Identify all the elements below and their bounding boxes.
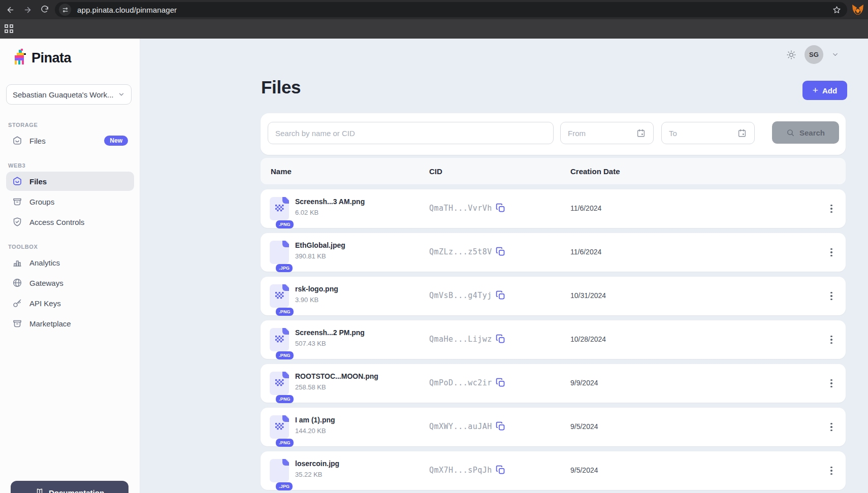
file-cid: QmaTH...VvrVh bbox=[429, 204, 492, 213]
filter-card: Search bbox=[261, 113, 846, 155]
sidebar-item-analytics[interactable]: Analytics bbox=[6, 253, 134, 272]
files-pin-icon bbox=[12, 136, 22, 146]
date-from-input[interactable] bbox=[560, 122, 654, 144]
back-icon[interactable] bbox=[3, 3, 17, 17]
screen: app.pinata.cloud/pinmanager bbox=[0, 0, 868, 493]
sidebar-item-access-controls[interactable]: Access Controls bbox=[6, 212, 134, 232]
file-name: EthGlobal.jpeg bbox=[295, 241, 345, 249]
copy-cid-icon[interactable] bbox=[495, 203, 506, 213]
file-ext-badge: .PNG bbox=[276, 395, 294, 403]
section-web3-label: WEB3 bbox=[8, 162, 140, 169]
table-row[interactable]: .JPG EthGlobal.jpeg 390.81 KB QmZLz...z5… bbox=[261, 233, 846, 272]
file-name: Screensh...2 PM.png bbox=[295, 328, 365, 337]
sidebar-item-storage-files[interactable]: Files New bbox=[6, 131, 134, 150]
pinata-app: Pinata Sebastian Guaqueta's Work... STOR… bbox=[0, 39, 868, 493]
file-cid: QmX7H...sPqJh bbox=[429, 466, 492, 475]
file-creation-date: 10/31/2024 bbox=[570, 291, 606, 300]
file-meta: rsk-logo.png 3.90 KB bbox=[295, 285, 338, 304]
kebab-menu-icon[interactable] bbox=[824, 376, 839, 390]
file-cid: QmXWY...auJAH bbox=[429, 422, 492, 431]
file-meta: EthGlobal.jpeg 390.81 KB bbox=[295, 241, 345, 260]
key-icon bbox=[12, 298, 22, 308]
kebab-menu-icon[interactable] bbox=[824, 420, 839, 434]
magnifier-icon bbox=[786, 128, 795, 137]
table-row[interactable]: .PNG Screensh...2 PM.png 507.43 KB QmaHe… bbox=[261, 320, 846, 359]
forward-icon[interactable] bbox=[20, 3, 35, 17]
sidebar-item-gateways[interactable]: Gateways bbox=[6, 273, 134, 292]
file-meta: ROOTSTOC...MOON.png 258.58 KB bbox=[295, 372, 378, 391]
kebab-menu-icon[interactable] bbox=[824, 245, 839, 259]
table-row[interactable]: .PNG I am (1).png 144.20 KB QmXWY...auJA… bbox=[261, 408, 846, 446]
file-size: 144.20 KB bbox=[295, 427, 335, 435]
apps-grid-icon[interactable] bbox=[5, 24, 14, 34]
file-size: 35.22 KB bbox=[295, 471, 339, 478]
file-meta: Screensh...2 PM.png 507.43 KB bbox=[295, 328, 365, 347]
sidebar-item-label: Access Controls bbox=[29, 218, 84, 226]
workspace-selector[interactable]: Sebastian Guaqueta's Work... bbox=[6, 84, 132, 105]
kebab-menu-icon[interactable] bbox=[824, 202, 839, 216]
file-name: ROOTSTOC...MOON.png bbox=[295, 372, 378, 380]
file-cid: QmZLz...z5t8V bbox=[429, 247, 492, 256]
file-type-icon: .PNG bbox=[270, 372, 289, 395]
file-size: 258.58 KB bbox=[295, 383, 378, 391]
date-to-input[interactable] bbox=[661, 122, 755, 144]
search-input[interactable] bbox=[268, 122, 554, 144]
file-meta: losercoin.jpg 35.22 KB bbox=[295, 459, 339, 478]
search-button[interactable]: Search bbox=[772, 121, 839, 144]
site-settings-icon[interactable] bbox=[59, 4, 71, 16]
file-ext-badge: .PNG bbox=[276, 351, 294, 359]
sidebar-item-label: Gateways bbox=[29, 279, 63, 287]
add-label: Add bbox=[822, 86, 837, 95]
file-ext-badge: .PNG bbox=[276, 308, 294, 316]
file-type-icon: .PNG bbox=[270, 328, 289, 351]
kebab-menu-icon[interactable] bbox=[824, 289, 839, 303]
profile-chevron-down-icon[interactable] bbox=[831, 51, 839, 58]
file-ext-badge: .JPG bbox=[276, 482, 293, 490]
file-creation-date: 11/6/2024 bbox=[570, 248, 601, 256]
kebab-menu-icon[interactable] bbox=[824, 333, 839, 347]
table-row[interactable]: .PNG ROOTSTOC...MOON.png 258.58 KB QmPoD… bbox=[261, 364, 846, 403]
file-ext-badge: .PNG bbox=[276, 439, 294, 447]
pinata-logo[interactable]: Pinata bbox=[12, 49, 71, 67]
avatar[interactable]: SG bbox=[805, 45, 823, 64]
file-type-icon: .PNG bbox=[270, 197, 289, 220]
copy-cid-icon[interactable] bbox=[495, 465, 506, 475]
add-button[interactable]: + Add bbox=[802, 81, 847, 100]
file-cid: QmVsB...g4Tyj bbox=[429, 291, 492, 300]
sidebar-nav: STORAGE Files New WEB3 Files bbox=[0, 110, 140, 334]
url-bar[interactable]: app.pinata.cloud/pinmanager bbox=[55, 2, 847, 17]
bookmark-star-icon[interactable] bbox=[832, 6, 841, 14]
sidebar-item-api-keys[interactable]: API Keys bbox=[6, 293, 134, 313]
kebab-menu-icon[interactable] bbox=[824, 464, 839, 478]
section-toolbox-label: TOOLBOX bbox=[8, 244, 140, 250]
sidebar-item-label: Marketplace bbox=[29, 319, 71, 328]
table-row[interactable]: .JPG losercoin.jpg 35.22 KB QmX7H...sPqJ… bbox=[261, 451, 846, 490]
theme-toggle-sun-icon[interactable] bbox=[786, 50, 796, 60]
sidebar: Pinata Sebastian Guaqueta's Work... STOR… bbox=[0, 39, 140, 493]
sidebar-item-groups[interactable]: Groups bbox=[6, 192, 134, 211]
documentation-button[interactable]: Documentation bbox=[11, 481, 128, 493]
copy-cid-icon[interactable] bbox=[495, 246, 506, 257]
file-cid: QmPoD...wc2ir bbox=[429, 378, 492, 387]
copy-cid-icon[interactable] bbox=[495, 377, 506, 388]
sidebar-item-web3-files[interactable]: Files bbox=[6, 172, 134, 191]
copy-cid-icon[interactable] bbox=[495, 290, 506, 301]
sidebar-item-marketplace[interactable]: Marketplace bbox=[6, 314, 134, 333]
table-row[interactable]: .PNG Screensh...3 AM.png 6.02 KB QmaTH..… bbox=[261, 189, 846, 228]
metamask-extension-icon[interactable] bbox=[852, 4, 864, 15]
page-title: Files bbox=[261, 77, 301, 97]
file-creation-date: 11/6/2024 bbox=[570, 204, 601, 212]
file-size: 390.81 KB bbox=[295, 252, 345, 260]
sidebar-item-label: Analytics bbox=[29, 258, 60, 267]
file-type-icon: .PNG bbox=[270, 284, 289, 308]
copy-cid-icon[interactable] bbox=[495, 334, 506, 344]
sidebar-item-label: Groups bbox=[29, 198, 54, 206]
reload-icon[interactable] bbox=[38, 3, 52, 17]
copy-cid-icon[interactable] bbox=[495, 421, 506, 432]
table-row[interactable]: .PNG rsk-logo.png 3.90 KB QmVsB...g4Tyj … bbox=[261, 277, 846, 315]
file-name: I am (1).png bbox=[295, 416, 335, 424]
column-creation-date: Creation Date bbox=[570, 167, 620, 176]
file-cid: QmaHe...Lijwz bbox=[429, 335, 492, 344]
workspace-name: Sebastian Guaqueta's Work... bbox=[13, 90, 118, 99]
file-size: 3.90 KB bbox=[295, 296, 338, 304]
